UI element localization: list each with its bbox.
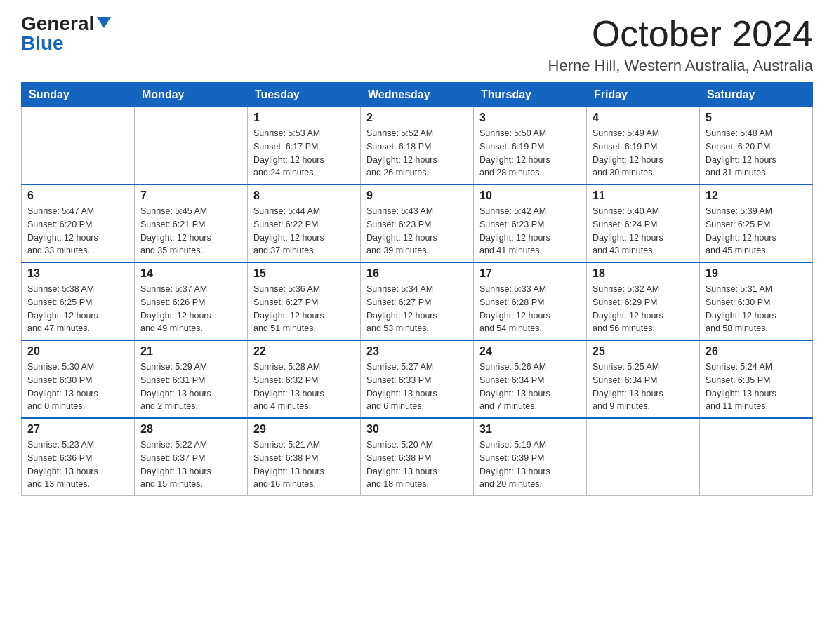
day-number: 25 [593,345,694,358]
day-info: Sunrise: 5:26 AM Sunset: 6:34 PM Dayligh… [479,361,581,413]
calendar-week-row: 1Sunrise: 5:53 AM Sunset: 6:17 PM Daylig… [22,107,813,185]
col-saturday: Saturday [700,83,813,107]
table-row: 11Sunrise: 5:40 AM Sunset: 6:24 PM Dayli… [587,185,700,262]
day-number: 1 [253,112,355,124]
day-info: Sunrise: 5:32 AM Sunset: 6:29 PM Dayligh… [593,283,694,335]
table-row: 29Sunrise: 5:21 AM Sunset: 6:38 PM Dayli… [248,418,361,496]
day-info: Sunrise: 5:44 AM Sunset: 6:22 PM Dayligh… [253,205,355,257]
day-info: Sunrise: 5:33 AM Sunset: 6:28 PM Dayligh… [479,283,581,335]
table-row: 21Sunrise: 5:29 AM Sunset: 6:31 PM Dayli… [135,340,248,418]
day-number: 12 [706,189,807,202]
table-row: 23Sunrise: 5:27 AM Sunset: 6:33 PM Dayli… [361,340,474,418]
table-row: 8Sunrise: 5:44 AM Sunset: 6:22 PM Daylig… [248,185,361,262]
table-row: 2Sunrise: 5:52 AM Sunset: 6:18 PM Daylig… [361,107,474,185]
day-number: 18 [593,267,694,280]
table-row [587,418,700,496]
calendar-header-row: Sunday Monday Tuesday Wednesday Thursday… [22,83,813,107]
col-monday: Monday [135,83,248,107]
table-row: 19Sunrise: 5:31 AM Sunset: 6:30 PM Dayli… [700,262,813,340]
table-row: 9Sunrise: 5:43 AM Sunset: 6:23 PM Daylig… [361,185,474,262]
day-info: Sunrise: 5:19 AM Sunset: 6:39 PM Dayligh… [479,438,581,491]
table-row: 25Sunrise: 5:25 AM Sunset: 6:34 PM Dayli… [587,340,700,418]
table-row: 12Sunrise: 5:39 AM Sunset: 6:25 PM Dayli… [700,185,813,262]
day-number: 31 [479,423,581,436]
logo-general-text: General [21,14,94,34]
day-number: 30 [366,423,468,436]
day-info: Sunrise: 5:48 AM Sunset: 6:20 PM Dayligh… [706,127,807,180]
table-row: 30Sunrise: 5:20 AM Sunset: 6:38 PM Dayli… [361,418,474,496]
day-info: Sunrise: 5:23 AM Sunset: 6:36 PM Dayligh… [27,438,128,491]
day-number: 27 [27,423,128,436]
table-row: 3Sunrise: 5:50 AM Sunset: 6:19 PM Daylig… [474,107,587,185]
calendar-week-row: 6Sunrise: 5:47 AM Sunset: 6:20 PM Daylig… [22,185,813,262]
day-info: Sunrise: 5:52 AM Sunset: 6:18 PM Dayligh… [366,127,468,180]
day-number: 22 [253,345,355,358]
logo-triangle-icon [97,17,111,28]
col-tuesday: Tuesday [248,83,361,107]
day-number: 9 [366,189,468,202]
day-number: 3 [479,112,581,124]
location-title: Herne Hill, Western Australia, Australia [548,57,813,75]
day-info: Sunrise: 5:22 AM Sunset: 6:37 PM Dayligh… [140,438,241,491]
table-row: 5Sunrise: 5:48 AM Sunset: 6:20 PM Daylig… [700,107,813,185]
table-row: 6Sunrise: 5:47 AM Sunset: 6:20 PM Daylig… [22,185,135,262]
page-header: General Blue October 2024 Herne Hill, We… [21,14,813,75]
day-info: Sunrise: 5:38 AM Sunset: 6:25 PM Dayligh… [27,283,128,335]
day-info: Sunrise: 5:29 AM Sunset: 6:31 PM Dayligh… [140,361,241,413]
day-number: 17 [479,267,581,280]
day-number: 19 [706,267,807,280]
day-info: Sunrise: 5:45 AM Sunset: 6:21 PM Dayligh… [140,205,241,257]
table-row: 24Sunrise: 5:26 AM Sunset: 6:34 PM Dayli… [474,340,587,418]
day-info: Sunrise: 5:40 AM Sunset: 6:24 PM Dayligh… [593,205,694,257]
day-info: Sunrise: 5:39 AM Sunset: 6:25 PM Dayligh… [706,205,807,257]
table-row: 7Sunrise: 5:45 AM Sunset: 6:21 PM Daylig… [135,185,248,262]
logo-blue-text: Blue [21,34,64,53]
table-row: 1Sunrise: 5:53 AM Sunset: 6:17 PM Daylig… [248,107,361,185]
col-thursday: Thursday [474,83,587,107]
table-row [22,107,135,185]
day-info: Sunrise: 5:49 AM Sunset: 6:19 PM Dayligh… [593,127,694,180]
day-info: Sunrise: 5:30 AM Sunset: 6:30 PM Dayligh… [27,361,128,413]
table-row: 26Sunrise: 5:24 AM Sunset: 6:35 PM Dayli… [700,340,813,418]
day-number: 11 [593,189,694,202]
day-info: Sunrise: 5:20 AM Sunset: 6:38 PM Dayligh… [366,438,468,491]
table-row: 13Sunrise: 5:38 AM Sunset: 6:25 PM Dayli… [22,262,135,340]
day-number: 7 [140,189,241,202]
day-info: Sunrise: 5:36 AM Sunset: 6:27 PM Dayligh… [253,283,355,335]
day-info: Sunrise: 5:47 AM Sunset: 6:20 PM Dayligh… [27,205,128,257]
day-info: Sunrise: 5:42 AM Sunset: 6:23 PM Dayligh… [479,205,581,257]
calendar-table: Sunday Monday Tuesday Wednesday Thursday… [21,82,813,496]
table-row [700,418,813,496]
day-number: 29 [253,423,355,436]
calendar-week-row: 20Sunrise: 5:30 AM Sunset: 6:30 PM Dayli… [22,340,813,418]
day-info: Sunrise: 5:37 AM Sunset: 6:26 PM Dayligh… [140,283,241,335]
month-title: October 2024 [548,14,813,54]
day-number: 15 [253,267,355,280]
table-row: 20Sunrise: 5:30 AM Sunset: 6:30 PM Dayli… [22,340,135,418]
title-block: October 2024 Herne Hill, Western Austral… [548,14,813,75]
table-row: 27Sunrise: 5:23 AM Sunset: 6:36 PM Dayli… [22,418,135,496]
day-number: 21 [140,345,241,358]
day-number: 5 [706,112,807,124]
day-number: 24 [479,345,581,358]
calendar-week-row: 27Sunrise: 5:23 AM Sunset: 6:36 PM Dayli… [22,418,813,496]
day-number: 2 [366,112,468,124]
table-row [135,107,248,185]
day-info: Sunrise: 5:27 AM Sunset: 6:33 PM Dayligh… [366,361,468,413]
table-row: 4Sunrise: 5:49 AM Sunset: 6:19 PM Daylig… [587,107,700,185]
calendar-week-row: 13Sunrise: 5:38 AM Sunset: 6:25 PM Dayli… [22,262,813,340]
table-row: 31Sunrise: 5:19 AM Sunset: 6:39 PM Dayli… [474,418,587,496]
day-number: 6 [27,189,128,202]
day-info: Sunrise: 5:28 AM Sunset: 6:32 PM Dayligh… [253,361,355,413]
table-row: 10Sunrise: 5:42 AM Sunset: 6:23 PM Dayli… [474,185,587,262]
table-row: 22Sunrise: 5:28 AM Sunset: 6:32 PM Dayli… [248,340,361,418]
day-number: 16 [366,267,468,280]
table-row: 15Sunrise: 5:36 AM Sunset: 6:27 PM Dayli… [248,262,361,340]
day-number: 26 [706,345,807,358]
day-info: Sunrise: 5:50 AM Sunset: 6:19 PM Dayligh… [479,127,581,180]
day-number: 13 [27,267,128,280]
day-info: Sunrise: 5:25 AM Sunset: 6:34 PM Dayligh… [593,361,694,413]
day-info: Sunrise: 5:21 AM Sunset: 6:38 PM Dayligh… [253,438,355,491]
logo: General Blue [21,14,111,53]
day-number: 4 [593,112,694,124]
